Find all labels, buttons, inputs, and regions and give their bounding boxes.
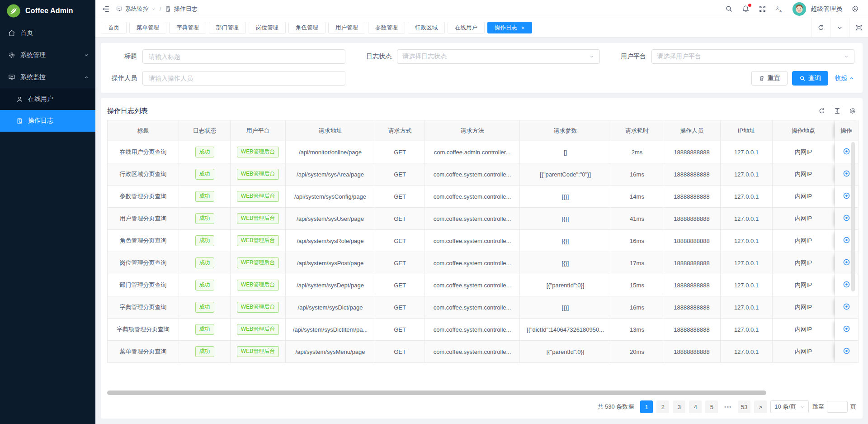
sidebar-item-home[interactable]: 首页	[0, 22, 95, 44]
action-cell[interactable]	[835, 186, 859, 208]
table-cell: WEB管理后台	[231, 319, 286, 341]
next-page-button[interactable]: >	[754, 400, 767, 413]
table-cell: 成功	[179, 296, 231, 319]
table-row: 字典项管理分页查询成功WEB管理后台/api/system/sysDictIte…	[108, 319, 859, 341]
status-badge: 成功	[195, 302, 214, 312]
avatar[interactable]	[793, 2, 806, 16]
horizontal-scrollbar-thumb[interactable]	[107, 391, 766, 395]
status-badge: 成功	[195, 346, 214, 357]
title-label: 标题	[103, 52, 142, 61]
sidebar-item-operation-log[interactable]: 操作日志	[0, 110, 95, 132]
action-cell[interactable]	[835, 141, 859, 163]
view-detail-icon[interactable]	[843, 148, 850, 155]
view-detail-icon[interactable]	[843, 192, 850, 200]
table-cell: WEB管理后台	[231, 141, 286, 163]
page-button-3[interactable]: 3	[673, 400, 685, 413]
notification-badge	[748, 4, 751, 7]
view-detail-icon[interactable]	[843, 347, 850, 355]
view-detail-icon[interactable]	[843, 281, 850, 288]
column-header: 请求方法	[425, 120, 520, 141]
tab-操作日志[interactable]: 操作日志×	[487, 22, 532, 33]
tab-用户管理[interactable]: 用户管理	[328, 22, 365, 33]
operator-input[interactable]	[148, 74, 340, 82]
tab-字典管理[interactable]: 字典管理	[169, 22, 206, 33]
table-cell: GET	[375, 230, 425, 252]
action-cell[interactable]	[835, 319, 859, 341]
reset-button[interactable]: 重置	[751, 71, 788, 86]
table-cell: /api/system/sysMenu/page	[286, 341, 375, 363]
platform-badge: WEB管理后台	[237, 169, 279, 179]
view-detail-icon[interactable]	[843, 258, 850, 266]
platform-badge: WEB管理后台	[237, 235, 279, 246]
table-cell: com.coffee.system.controlle...	[425, 319, 520, 341]
table-cell: 127.0.0.1	[721, 296, 773, 319]
page-size-select[interactable]: 10 条/页	[770, 400, 809, 413]
gear-icon[interactable]	[849, 107, 856, 114]
search-icon	[799, 75, 806, 81]
table-cell: 内网IP	[773, 296, 835, 319]
gear-icon[interactable]	[851, 5, 859, 13]
table-cell: [{}]	[520, 252, 611, 274]
tab-岗位管理[interactable]: 岗位管理	[249, 22, 286, 33]
table-cell: com.coffee.system.controlle...	[425, 208, 520, 230]
page-button-4[interactable]: 4	[689, 400, 702, 413]
tab-首页[interactable]: 首页	[101, 22, 127, 33]
title-input[interactable]	[148, 52, 340, 61]
action-cell[interactable]	[835, 252, 859, 274]
action-cell[interactable]	[835, 274, 859, 296]
view-detail-icon[interactable]	[843, 214, 850, 222]
refresh-icon[interactable]	[818, 107, 826, 114]
user-icon	[16, 96, 23, 103]
refresh-icon[interactable]	[811, 18, 830, 37]
action-cell[interactable]	[835, 341, 859, 363]
chevron-down-icon[interactable]	[830, 18, 849, 37]
sidebar-collapse-icon[interactable]	[102, 5, 110, 13]
collapse-search-link[interactable]: 收起	[835, 74, 854, 82]
page-button-5[interactable]: 5	[705, 400, 718, 413]
query-button[interactable]: 查询	[792, 71, 828, 86]
user-platform-select[interactable]: 请选择用户平台	[651, 49, 854, 64]
page-list: 12345•••53>	[640, 400, 767, 413]
breadcrumb-parent[interactable]: 系统监控	[125, 5, 149, 13]
view-detail-icon[interactable]	[843, 236, 850, 244]
row-height-icon[interactable]	[834, 107, 841, 114]
translate-icon[interactable]: 文A	[775, 5, 783, 13]
page-button-2[interactable]: 2	[656, 400, 669, 413]
page-button-53[interactable]: 53	[738, 400, 750, 413]
page-button-1[interactable]: 1	[640, 400, 653, 413]
pagination: 共 530 条数据 12345•••53> 10 条/页 跳至 页	[107, 400, 856, 413]
tab-close-icon[interactable]: ×	[521, 25, 525, 31]
status-badge: 成功	[195, 324, 214, 334]
tab-行政区域[interactable]: 行政区域	[408, 22, 445, 33]
column-header: 操作人员	[663, 120, 721, 141]
action-cell[interactable]	[835, 163, 859, 186]
action-cell[interactable]	[835, 296, 859, 319]
jump-page-input[interactable]	[827, 401, 848, 413]
username[interactable]: 超级管理员	[811, 5, 842, 13]
sidebar-item-system-management[interactable]: 系统管理	[0, 44, 95, 66]
sidebar-item-system-monitor[interactable]: 系统监控	[0, 66, 95, 88]
chevron-down-icon[interactable]	[151, 7, 156, 11]
tab-参数管理[interactable]: 参数管理	[368, 22, 405, 33]
tab-部门管理[interactable]: 部门管理	[209, 22, 246, 33]
tab-菜单管理[interactable]: 菜单管理	[129, 22, 166, 33]
table-row: 菜单管理分页查询成功WEB管理后台/api/system/sysMenu/pag…	[108, 341, 859, 363]
view-detail-icon[interactable]	[843, 170, 850, 177]
log-status-select[interactable]: 请选择日志状态	[397, 49, 600, 64]
view-detail-icon[interactable]	[843, 303, 850, 310]
table-cell: com.coffee.system.controlle...	[425, 296, 520, 319]
table-cell: []	[520, 141, 611, 163]
maximize-icon[interactable]	[849, 18, 868, 37]
column-header: IP地址	[721, 120, 773, 141]
view-detail-icon[interactable]	[843, 325, 850, 333]
action-cell[interactable]	[835, 230, 859, 252]
sidebar-item-online-users[interactable]: 在线用户	[0, 88, 95, 110]
action-cell[interactable]	[835, 208, 859, 230]
search-icon[interactable]	[725, 5, 733, 13]
tab-在线用户[interactable]: 在线用户	[448, 22, 485, 33]
tab-角色管理[interactable]: 角色管理	[288, 22, 326, 33]
vertical-scrollbar-thumb[interactable]	[851, 142, 855, 291]
fullscreen-icon[interactable]	[759, 5, 766, 13]
table-cell: 成功	[179, 141, 231, 163]
notification-bell-icon[interactable]	[742, 5, 750, 13]
